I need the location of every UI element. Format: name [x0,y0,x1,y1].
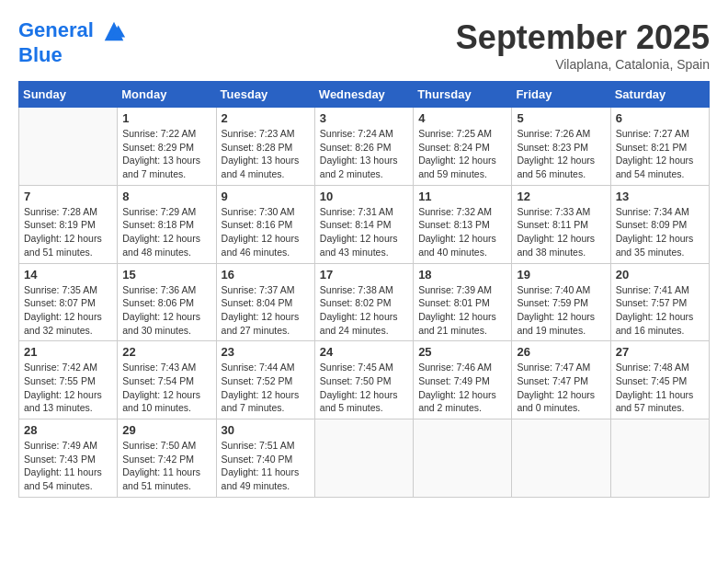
calendar-cell: 30Sunrise: 7:51 AM Sunset: 7:40 PM Dayli… [216,419,314,498]
calendar-cell: 29Sunrise: 7:50 AM Sunset: 7:42 PM Dayli… [118,419,216,498]
calendar-cell: 27Sunrise: 7:48 AM Sunset: 7:45 PM Dayli… [610,341,709,419]
weekday-header-friday: Friday [512,82,610,108]
page-header: General Blue September 2025 Vilaplana, C… [18,18,710,72]
calendar-cell: 20Sunrise: 7:41 AM Sunset: 7:57 PM Dayli… [610,263,709,341]
calendar-week-row: 14Sunrise: 7:35 AM Sunset: 8:07 PM Dayli… [19,263,710,341]
day-number: 11 [418,190,506,203]
calendar-cell: 9Sunrise: 7:30 AM Sunset: 8:16 PM Daylig… [216,185,314,263]
day-number: 4 [418,111,506,125]
day-info: Sunrise: 7:50 AM Sunset: 7:42 PM Dayligh… [122,439,210,493]
calendar-cell [314,419,413,498]
day-info: Sunrise: 7:22 AM Sunset: 8:29 PM Dayligh… [122,127,210,181]
day-number: 2 [222,111,310,125]
weekday-header-sunday: Sunday [19,82,118,108]
calendar-cell: 17Sunrise: 7:38 AM Sunset: 8:02 PM Dayli… [314,263,413,341]
day-number: 12 [517,190,605,203]
logo-text: General [18,18,127,44]
day-number: 8 [122,190,210,203]
day-number: 13 [616,190,704,203]
day-info: Sunrise: 7:49 AM Sunset: 7:43 PM Dayligh… [24,439,112,493]
day-info: Sunrise: 7:29 AM Sunset: 8:18 PM Dayligh… [122,205,210,259]
calendar-cell: 19Sunrise: 7:40 AM Sunset: 7:59 PM Dayli… [512,263,610,341]
calendar-cell: 4Sunrise: 7:25 AM Sunset: 8:24 PM Daylig… [414,108,512,186]
calendar-cell: 11Sunrise: 7:32 AM Sunset: 8:13 PM Dayli… [414,185,512,263]
day-number: 1 [122,111,210,125]
day-info: Sunrise: 7:42 AM Sunset: 7:55 PM Dayligh… [24,361,112,415]
day-number: 5 [517,111,605,125]
day-info: Sunrise: 7:34 AM Sunset: 8:09 PM Dayligh… [616,205,704,259]
logo: General Blue [18,18,127,66]
day-number: 27 [616,345,704,359]
calendar-cell [414,419,512,498]
day-number: 18 [418,268,506,282]
day-info: Sunrise: 7:51 AM Sunset: 7:40 PM Dayligh… [222,439,310,493]
day-number: 10 [320,190,408,203]
day-info: Sunrise: 7:47 AM Sunset: 7:47 PM Dayligh… [517,361,605,415]
calendar-cell: 1Sunrise: 7:22 AM Sunset: 8:29 PM Daylig… [118,108,216,186]
day-info: Sunrise: 7:44 AM Sunset: 7:52 PM Dayligh… [222,361,310,415]
day-number: 7 [24,190,112,203]
calendar-cell: 2Sunrise: 7:23 AM Sunset: 8:28 PM Daylig… [216,108,314,186]
day-info: Sunrise: 7:30 AM Sunset: 8:16 PM Dayligh… [222,205,310,259]
location-subtitle: Vilaplana, Catalonia, Spain [456,57,710,72]
calendar-cell: 3Sunrise: 7:24 AM Sunset: 8:26 PM Daylig… [314,108,413,186]
day-info: Sunrise: 7:36 AM Sunset: 8:06 PM Dayligh… [122,283,210,338]
calendar-cell: 18Sunrise: 7:39 AM Sunset: 8:01 PM Dayli… [414,263,512,341]
day-info: Sunrise: 7:32 AM Sunset: 8:13 PM Dayligh… [418,205,506,259]
weekday-header-tuesday: Tuesday [216,82,314,108]
calendar-table: SundayMondayTuesdayWednesdayThursdayFrid… [18,81,710,498]
calendar-cell [19,108,118,186]
day-number: 22 [122,345,210,359]
day-number: 24 [320,345,408,359]
calendar-cell: 13Sunrise: 7:34 AM Sunset: 8:09 PM Dayli… [610,185,709,263]
day-info: Sunrise: 7:48 AM Sunset: 7:45 PM Dayligh… [616,361,704,415]
day-number: 19 [517,268,605,282]
calendar-cell: 8Sunrise: 7:29 AM Sunset: 8:18 PM Daylig… [118,185,216,263]
day-info: Sunrise: 7:23 AM Sunset: 8:28 PM Dayligh… [222,127,310,181]
day-info: Sunrise: 7:24 AM Sunset: 8:26 PM Dayligh… [320,127,408,181]
calendar-cell: 24Sunrise: 7:45 AM Sunset: 7:50 PM Dayli… [314,341,413,419]
day-number: 17 [320,268,408,282]
day-number: 29 [122,423,210,437]
calendar-cell: 6Sunrise: 7:27 AM Sunset: 8:21 PM Daylig… [610,108,709,186]
day-number: 30 [222,423,310,437]
calendar-cell: 21Sunrise: 7:42 AM Sunset: 7:55 PM Dayli… [19,341,118,419]
day-info: Sunrise: 7:27 AM Sunset: 8:21 PM Dayligh… [616,127,704,181]
day-info: Sunrise: 7:31 AM Sunset: 8:14 PM Dayligh… [320,205,408,259]
calendar-cell: 5Sunrise: 7:26 AM Sunset: 8:23 PM Daylig… [512,108,610,186]
day-number: 3 [320,111,408,125]
calendar-week-row: 7Sunrise: 7:28 AM Sunset: 8:19 PM Daylig… [19,185,710,263]
calendar-cell [610,419,709,498]
day-info: Sunrise: 7:33 AM Sunset: 8:11 PM Dayligh… [517,205,605,259]
calendar-week-row: 21Sunrise: 7:42 AM Sunset: 7:55 PM Dayli… [19,341,710,419]
day-info: Sunrise: 7:35 AM Sunset: 8:07 PM Dayligh… [24,283,112,338]
calendar-cell: 10Sunrise: 7:31 AM Sunset: 8:14 PM Dayli… [314,185,413,263]
weekday-header-wednesday: Wednesday [314,82,413,108]
day-number: 23 [222,345,310,359]
day-info: Sunrise: 7:46 AM Sunset: 7:49 PM Dayligh… [418,361,506,415]
day-number: 16 [222,268,310,282]
day-number: 20 [616,268,704,282]
day-number: 26 [517,345,605,359]
day-info: Sunrise: 7:41 AM Sunset: 7:57 PM Dayligh… [616,283,704,338]
day-number: 15 [122,268,210,282]
calendar-cell [512,419,610,498]
calendar-cell: 16Sunrise: 7:37 AM Sunset: 8:04 PM Dayli… [216,263,314,341]
weekday-header-saturday: Saturday [610,82,709,108]
day-info: Sunrise: 7:39 AM Sunset: 8:01 PM Dayligh… [418,283,506,338]
day-info: Sunrise: 7:43 AM Sunset: 7:54 PM Dayligh… [122,361,210,415]
title-block: September 2025 Vilaplana, Catalonia, Spa… [456,18,710,72]
day-number: 14 [24,268,112,282]
calendar-cell: 14Sunrise: 7:35 AM Sunset: 8:07 PM Dayli… [19,263,118,341]
day-info: Sunrise: 7:28 AM Sunset: 8:19 PM Dayligh… [24,205,112,259]
day-info: Sunrise: 7:45 AM Sunset: 7:50 PM Dayligh… [320,361,408,415]
day-info: Sunrise: 7:25 AM Sunset: 8:24 PM Dayligh… [418,127,506,181]
calendar-week-row: 28Sunrise: 7:49 AM Sunset: 7:43 PM Dayli… [19,419,710,498]
weekday-header-thursday: Thursday [414,82,512,108]
calendar-cell: 25Sunrise: 7:46 AM Sunset: 7:49 PM Dayli… [414,341,512,419]
calendar-cell: 15Sunrise: 7:36 AM Sunset: 8:06 PM Dayli… [118,263,216,341]
day-number: 6 [616,111,704,125]
month-title: September 2025 [456,18,710,57]
calendar-week-row: 1Sunrise: 7:22 AM Sunset: 8:29 PM Daylig… [19,108,710,186]
logo-blue: Blue [18,44,127,66]
